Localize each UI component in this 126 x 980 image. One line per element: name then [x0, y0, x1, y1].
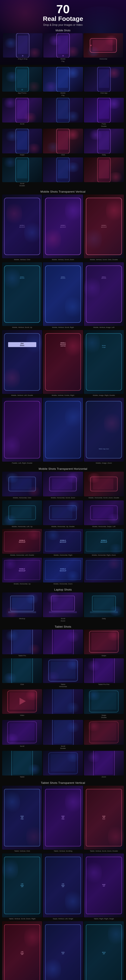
thumb-tv-4[interactable]: LIKEMADEAPP Tablet, Vertical, Scroll, Do…	[2, 853, 42, 920]
thumb-mh-8[interactable]: MOBILEMOCKUP Mobile, Horizontal, Right	[43, 529, 83, 557]
thumb-tablet-zoom[interactable]: Zoom	[84, 751, 124, 779]
tablet-shots-section: Tablet Shots Tablet Pro	[0, 625, 126, 779]
thumb-drag-drop[interactable]: Drag & Drop	[3, 33, 42, 63]
thumb-swipe[interactable]: Swipe	[2, 129, 42, 157]
thumb-mv-2[interactable]: MOBILEMOCKUP Mobile, Vertical, Scroll, Z…	[43, 194, 83, 261]
thumb-label-tv-4: Tablet, Vertical, Scroll, Down, Right	[2, 917, 42, 920]
svg-rect-45	[93, 507, 113, 518]
thumb-scroll-double[interactable]: ScrollDouble	[2, 158, 42, 188]
thumb-label-misc-1	[43, 182, 83, 183]
thumb-tablet-scroll-double[interactable]: ScrollDouble	[43, 720, 83, 750]
thumb-mv-6[interactable]: MOBILEMOCKUP Mobile, Vertical, Image, Le…	[84, 262, 124, 329]
thumb-tablet[interactable]: Tablet	[2, 751, 42, 779]
thumb-laptop-mockup[interactable]: Mockup	[2, 592, 42, 622]
thumb-label-tablet-blank-2	[43, 714, 83, 715]
thumb-scroll[interactable]: Scroll	[2, 98, 42, 128]
thumb-mh-9[interactable]: MOBILEMOCKUP Mobile, Horizontal, Right, …	[84, 529, 124, 557]
svg-rect-81	[13, 751, 31, 775]
thumb-label-misc-2	[84, 182, 124, 183]
thumb-mh-11[interactable]: MOBILEMOCKUP Mobile, Horizontal, Zoom	[43, 558, 83, 585]
thumb-tv-5[interactable]: LIKEMADEAPP Sepia, Vertical, Left, Singl…	[43, 853, 83, 920]
thumb-mv-10[interactable]: Paddle, Left, Right, Double	[2, 398, 42, 465]
thumb-label-blank-1	[43, 123, 83, 123]
thumb-mh-12[interactable]	[84, 558, 124, 585]
svg-rect-23	[17, 131, 27, 150]
thumb-label-tablet-horizontal: TabletHorizontal	[43, 683, 83, 688]
thumb-tv-3[interactable]: MADEAPPPLAY Tablet, Vertical, Scroll, Zo…	[84, 786, 124, 853]
thumb-tv-9[interactable]: IMAGEAPP Image, Vertical, Right	[84, 921, 124, 980]
thumb-mh-2[interactable]: Mobile, Horizontal, Scroll, Zoom	[43, 472, 83, 500]
svg-rect-21	[99, 100, 109, 119]
thumb-misc-1[interactable]	[43, 158, 83, 188]
thumb-tablet-video[interactable]: Video	[2, 689, 42, 719]
svg-rect-4	[58, 36, 68, 54]
thumb-label-tv-3: Tablet, Vertical, Scroll, Zoom, Double	[84, 850, 124, 853]
thumb-app-promo[interactable]: App Promo	[2, 67, 42, 97]
thumb-mv-3[interactable]: MOBILEMOCKUP Mobile, Vertical, Scroll, C…	[84, 194, 124, 261]
thumb-mv-4[interactable]: MOBILEMOCKUP Mobile, Vertical, Scroll, U…	[2, 262, 42, 329]
thumb-mv-11[interactable]	[43, 398, 83, 465]
thumb-mv-1[interactable]: MOBILEMOCKUP Mobile, Vertical, Click	[2, 194, 42, 261]
thumb-mobile-pay-2[interactable]: MobilePay	[43, 67, 83, 97]
thumb-mh-5[interactable]: Mobile, Horizontal, Up, Double	[43, 500, 83, 528]
mv-row-4: Paddle, Left, Right, Double Mobile, Imag…	[1, 398, 125, 465]
thumb-tablet-pro[interactable]: Tablet Pro	[2, 630, 42, 657]
thumb-label-mh-3: Mobile, Horizontal, Scroll, Zoom, Double	[84, 496, 124, 500]
tablet-row-2: Click TabletHorizontal	[1, 658, 125, 688]
thumb-tv-6[interactable]: MADEAPP Tablet, Right, Right, Single	[84, 853, 124, 920]
thumb-mv-8[interactable]: MOBILEMOCKUPCENTER Mobile, Vertical, Cen…	[43, 330, 83, 397]
thumb-laptop-scroll[interactable]: ScrollEvent	[43, 592, 83, 622]
svg-rect-85	[95, 751, 113, 775]
thumb-mv-7[interactable]: ÖH!ÖCK! Mobile, Vertical, Left, Double	[2, 330, 42, 397]
thumb-tv-1[interactable]: MADEAPPFREE Tablet, Vertical, Click	[2, 786, 42, 853]
thumb-blank-1[interactable]	[43, 98, 83, 128]
svg-point-5	[62, 55, 64, 56]
mobile-transparent-vertical-title: Mobile Shots Transparent Vertical	[1, 190, 125, 193]
thumb-label-mobile: MobilePay	[44, 57, 83, 63]
thumb-horizontal[interactable]: Horizontal	[84, 33, 123, 63]
thumb-label-laptop-daily: Daily	[84, 617, 124, 620]
thumb-label-tv-5: Sepia, Vertical, Left, Single	[43, 917, 83, 920]
thumb-pulse-double[interactable]: PulseDouble	[84, 98, 124, 128]
thumb-mh-3[interactable]: Mobile, Horizontal, Scroll, Zoom, Double	[84, 472, 124, 500]
thumb-laptop-daily[interactable]: Daily	[84, 592, 124, 622]
thumb-label-laptop-scroll: ScrollEvent	[43, 617, 83, 622]
svg-rect-43	[52, 507, 73, 518]
thumb-mv-12[interactable]: Mobile, Image, Zoom Mobile, Image, Zoom	[84, 398, 124, 465]
thumb-tablet-click[interactable]: Click	[2, 658, 42, 688]
thumb-label-tablet-pro-pen: Tablet Pro Pen	[84, 683, 124, 686]
thumb-tablet-blank[interactable]	[43, 630, 83, 657]
thumb-tv-2[interactable]: MADEAPPFREE Tablet, Vertical, Scrolling	[43, 786, 83, 853]
thumb-tablet-pro-pen[interactable]: Tablet Pro Pen	[84, 658, 124, 688]
thumb-mv-9[interactable]: MobileImage Mobile, Image, Right, Double	[84, 330, 124, 397]
thumb-label-tv-1: Tablet, Vertical, Click	[2, 850, 42, 853]
thumb-daily[interactable]: Daily	[84, 129, 124, 157]
thumb-tablet-swipe-double[interactable]: SwipeDouble	[84, 689, 124, 719]
thumb-mv-5[interactable]: MOBILEMOCKUP Mobile, Vertical, Scroll, R…	[43, 262, 83, 329]
thumb-mh-6[interactable]: Mobile, Horizontal, Swipe, Left	[84, 500, 124, 528]
thumb-label-mh-11: Mobile, Horizontal, Zoom	[43, 582, 83, 585]
thumb-mh-7[interactable]: MOBILEMOCKUP Mobile, Horizontal, Left, D…	[2, 529, 42, 557]
svg-rect-64	[50, 661, 75, 679]
svg-rect-31	[58, 160, 68, 178]
thumb-tablet-misc[interactable]	[84, 720, 124, 750]
thumb-tv-7[interactable]: LIKEMADEAPP Color, Vertical, Right, Left	[2, 921, 42, 980]
thumb-click[interactable]: Click	[43, 129, 83, 157]
svg-rect-39	[93, 479, 113, 490]
thumb-mobile-pay[interactable]: MobilePay	[44, 33, 83, 63]
thumb-click-app[interactable]: Click App	[84, 67, 124, 97]
tv-row-2: LIKEMADEAPP Tablet, Vertical, Scroll, Do…	[1, 853, 125, 920]
thumb-mh-4[interactable]: Mobile, Horizontal, Left, Up	[2, 500, 42, 528]
thumb-label-mv-4: Mobile, Vertical, Scroll, Up	[2, 326, 42, 329]
thumb-label-mv-2: Mobile, Vertical, Scroll, Zoom	[43, 258, 83, 261]
thumb-tablet-swipe[interactable]: Swipe	[84, 630, 124, 657]
thumb-tablet-horizontal[interactable]: TabletHorizontal	[43, 658, 83, 688]
thumb-tablet-blank-2[interactable]	[43, 689, 83, 719]
thumb-tablet-blank-3[interactable]	[43, 751, 83, 779]
thumb-mh-10[interactable]: MOBILEMOCKUP Mobile, Horizontal, Up	[2, 558, 42, 585]
thumb-tv-8[interactable]: MADEAPP Sepia, Vertical, Left, Right	[43, 921, 83, 980]
thumb-tablet-scroll[interactable]: Scroll	[2, 720, 42, 750]
thumb-misc-2[interactable]	[84, 158, 124, 188]
thumb-mh-1[interactable]: Mobile, Horizontal, Click	[2, 472, 42, 500]
svg-rect-29	[17, 160, 27, 178]
